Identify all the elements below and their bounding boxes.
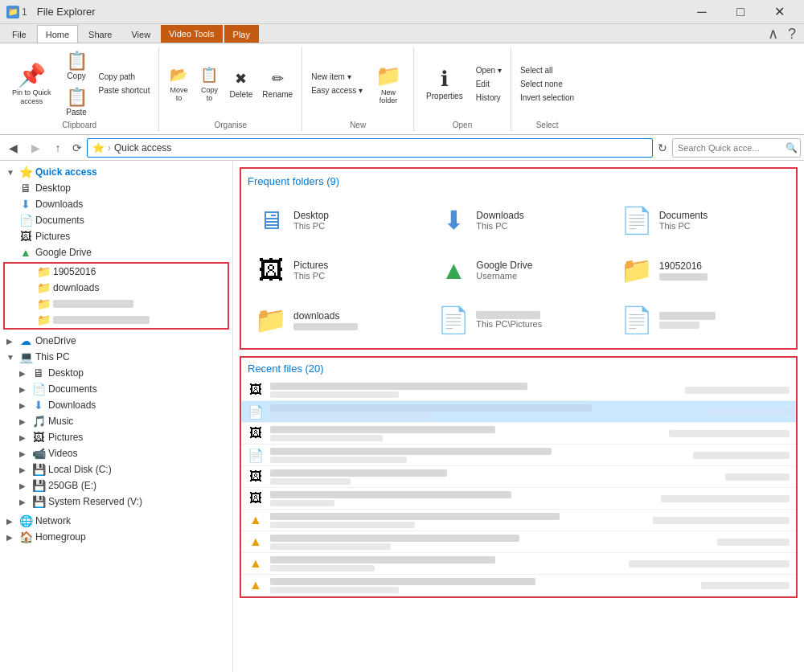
sidebar-item-local-disk[interactable]: ▶ 💾 Local Disk (C:) xyxy=(0,461,232,477)
ribbon-collapse-button[interactable]: ∧ xyxy=(763,25,783,43)
recent-item-7[interactable]: ▲ xyxy=(241,510,796,531)
tab-file[interactable]: File xyxy=(3,25,35,43)
history-button[interactable]: History xyxy=(472,92,506,104)
sidebar-item-250gb[interactable]: ▶ 💾 250GB (E:) xyxy=(0,477,232,494)
frequent-folders-header[interactable]: Frequent folders (9) xyxy=(248,174,790,189)
recent-item-4-info xyxy=(270,448,687,463)
folder-item-downloads-sub[interactable]: 📁 downloads xyxy=(248,298,424,342)
documents-folder-name: Documents xyxy=(659,210,708,221)
invert-selection-button[interactable]: Invert selection xyxy=(516,92,578,104)
recent-meta-2 xyxy=(701,408,790,416)
sidebar-item-pictures[interactable]: 🖼 Pictures xyxy=(0,228,232,244)
folder-item-desktop[interactable]: 🖥 Desktop This PC xyxy=(248,199,424,242)
tab-share[interactable]: Share xyxy=(80,25,121,43)
tab-home[interactable]: Home xyxy=(37,25,78,43)
recent-path-8 xyxy=(270,543,391,550)
recent-path-2 xyxy=(270,413,431,420)
tab-play[interactable]: Play xyxy=(224,25,259,43)
sidebar-item-downloads[interactable]: ⬇ Downloads xyxy=(0,196,232,212)
recent-icon-8: ▲ xyxy=(248,534,264,550)
sidebar-item-thispc-pictures[interactable]: ▶ 🖼 Pictures xyxy=(0,429,232,445)
delete-button[interactable]: ✖ Delete xyxy=(225,67,256,101)
ribbon-group-organise: 📂 Move to 📋 Copy to ✖ Delete ✏ Rename Or… xyxy=(159,47,302,131)
search-input[interactable] xyxy=(672,138,801,158)
folder-item-documents[interactable]: 📄 Documents This PC xyxy=(613,199,790,242)
open-button[interactable]: Open ▾ xyxy=(472,64,506,76)
folder-item-blurred-other[interactable]: 📄 xyxy=(613,298,790,342)
recent-path-10 xyxy=(270,587,399,593)
rename-button[interactable]: ✏ Rename xyxy=(258,67,297,101)
folders-grid: 🖥 Desktop This PC ⬇ Downloads This PC xyxy=(241,195,796,348)
thispc-music-label: Music xyxy=(48,416,73,427)
select-all-button[interactable]: Select all xyxy=(516,64,578,76)
copy-button[interactable]: 📋 Copy xyxy=(60,48,93,83)
sidebar-item-19052016[interactable]: 📁 19052016 xyxy=(5,264,228,280)
paste-button[interactable]: 📋 Paste xyxy=(60,84,93,119)
tab-view[interactable]: View xyxy=(122,25,159,43)
folder-item-blurred-pics[interactable]: 📄 This PC\Pictures xyxy=(430,298,606,342)
recent-item-6[interactable]: 🖼 xyxy=(241,488,796,510)
select-none-button[interactable]: Select none xyxy=(516,78,578,90)
paste-shortcut-button[interactable]: Paste shortcut xyxy=(95,84,154,96)
sidebar-item-thispc[interactable]: ▼ 💻 This PC xyxy=(0,349,232,365)
properties-button[interactable]: ℹ Properties xyxy=(419,63,470,104)
refresh-button[interactable]: ↻ xyxy=(658,141,667,154)
clipboard-label: Clipboard xyxy=(62,121,96,129)
recent-files-header[interactable]: Recent files (20) xyxy=(241,358,796,379)
sidebar-item-blurred-2[interactable]: 📁 xyxy=(5,312,228,328)
sidebar-item-thispc-desktop[interactable]: ▶ 🖥 Desktop xyxy=(0,365,232,381)
help-button[interactable]: ? xyxy=(783,26,801,43)
blurred-pics-icon: 📄 xyxy=(437,304,470,336)
copy-path-button[interactable]: Copy path xyxy=(95,71,154,83)
up-button[interactable]: ↑ xyxy=(48,138,68,158)
recent-item-3[interactable]: 🖼 xyxy=(241,423,796,445)
minimize-button[interactable]: ─ xyxy=(683,0,720,24)
sidebar-item-desktop[interactable]: 🖥 Desktop xyxy=(0,180,232,196)
address-path[interactable]: ⭐ › Quick access xyxy=(87,138,653,158)
recent-item-7-info xyxy=(270,513,646,528)
new-item-button[interactable]: New item ▾ xyxy=(307,71,367,83)
sidebar-item-onedrive[interactable]: ▶ ☁ OneDrive xyxy=(0,333,232,349)
folder-item-google-drive[interactable]: ▲ Google Drive Username xyxy=(430,248,606,292)
recent-item-10[interactable]: ▲ xyxy=(241,575,796,596)
recent-item-9[interactable]: ▲ xyxy=(241,553,796,575)
back-button[interactable]: ◀ xyxy=(3,138,23,158)
sidebar-item-thispc-videos[interactable]: ▶ 📹 Videos xyxy=(0,445,232,461)
sidebar-item-thispc-documents[interactable]: ▶ 📄 Documents xyxy=(0,381,232,397)
forward-button[interactable]: ▶ xyxy=(26,138,45,158)
sidebar-item-thispc-downloads[interactable]: ▶ ⬇ Downloads xyxy=(0,397,232,413)
sidebar-item-system-reserved[interactable]: ▶ 💾 System Reserved (V:) xyxy=(0,494,232,510)
tab-video-tools[interactable]: Video Tools xyxy=(161,25,222,43)
downloads-sub-info: downloads xyxy=(293,310,358,330)
new-folder-button[interactable]: 📁 New folder xyxy=(368,59,408,109)
copy-to-button[interactable]: 📋 Copy to xyxy=(195,63,224,104)
recent-item-4[interactable]: 📄 xyxy=(241,445,796,466)
sidebar-item-downloads-sub[interactable]: 📁 downloads xyxy=(5,280,228,296)
recent-files-list: 🖼 📄 xyxy=(241,379,796,596)
close-button[interactable]: ✕ xyxy=(761,0,798,24)
sidebar-highlight-box: 📁 19052016 📁 downloads 📁 📁 xyxy=(3,262,229,330)
recent-path-5 xyxy=(270,478,351,485)
maximize-button[interactable]: □ xyxy=(722,0,759,24)
recent-item-8[interactable]: ▲ xyxy=(241,531,796,553)
sidebar-item-quick-access[interactable]: ▼ ⭐ Quick access xyxy=(0,164,232,180)
sidebar-item-google-drive[interactable]: ▲ Google Drive xyxy=(0,244,232,260)
easy-access-button[interactable]: Easy access ▾ xyxy=(307,84,367,96)
open-content: ℹ Properties Open ▾ Edit History xyxy=(419,48,506,119)
recent-item-5[interactable]: 🖼 xyxy=(241,466,796,488)
recent-item-1[interactable]: 🖼 xyxy=(241,379,796,401)
folder-item-downloads[interactable]: ⬇ Downloads This PC xyxy=(430,199,606,242)
thispc-desktop-icon: 🖥 xyxy=(32,367,45,379)
folder-item-19052016[interactable]: 📁 19052016 xyxy=(613,248,790,292)
sidebar-item-thispc-music[interactable]: ▶ 🎵 Music xyxy=(0,413,232,429)
edit-button[interactable]: Edit xyxy=(472,78,506,90)
folder-item-pictures[interactable]: 🖼 Pictures This PC xyxy=(248,248,424,292)
sidebar-item-documents[interactable]: 📄 Documents xyxy=(0,212,232,228)
move-to-button[interactable]: 📂 Move to xyxy=(164,63,193,104)
sidebar-item-homegroup[interactable]: ▶ 🏠 Homegroup xyxy=(0,529,232,545)
pin-quick-access-button[interactable]: 📌 Pin to Quick access xyxy=(5,58,59,110)
documents-folder-icon: 📄 xyxy=(621,204,653,236)
recent-item-2[interactable]: 📄 xyxy=(241,401,796,423)
sidebar-item-network[interactable]: ▶ 🌐 Network xyxy=(0,513,232,529)
sidebar-item-blurred-1[interactable]: 📁 xyxy=(5,296,228,312)
